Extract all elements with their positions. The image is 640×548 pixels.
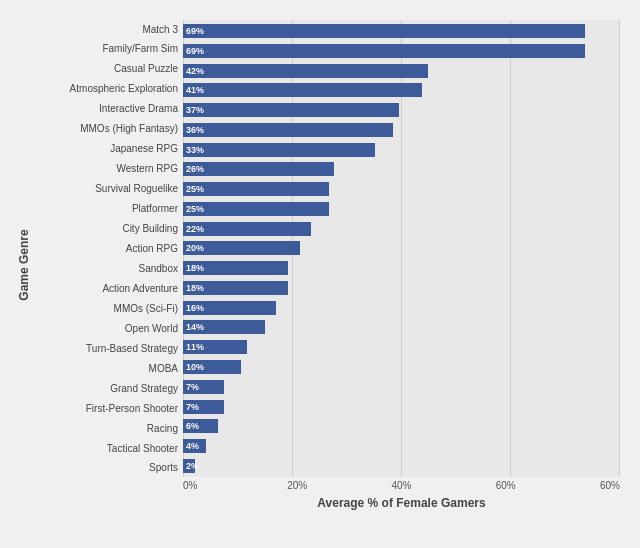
bar-row: 4% [183, 437, 620, 455]
y-label: Platformer [132, 200, 178, 218]
bars-area: 69%69%42%41%37%36%33%26%25%25%22%20%18%1… [183, 20, 620, 477]
bar: 37% [183, 103, 399, 117]
chart-container: Game Genre Match 3Family/Farm SimCasual … [0, 0, 640, 548]
bar: 22% [183, 222, 311, 236]
bar-value-label: 18% [186, 263, 204, 273]
bar: 4% [183, 439, 206, 453]
x-axis-title: Average % of Female Gamers [183, 496, 620, 510]
bar-value-label: 18% [186, 283, 204, 293]
x-axis-labels: 0%20%40%60%60% [183, 480, 620, 491]
y-label: MMOs (High Fantasy) [80, 120, 178, 138]
bar: 25% [183, 182, 329, 196]
bar-row: 11% [183, 338, 620, 356]
bar-value-label: 36% [186, 125, 204, 135]
y-label: MOBA [149, 359, 178, 377]
bar: 33% [183, 143, 375, 157]
bar-value-label: 25% [186, 184, 204, 194]
bar-value-label: 2% [186, 461, 199, 471]
bar: 6% [183, 419, 218, 433]
x-axis-label: 40% [392, 480, 496, 491]
bar-row: 10% [183, 358, 620, 376]
y-label: Grand Strategy [110, 379, 178, 397]
bar-value-label: 10% [186, 362, 204, 372]
bar-value-label: 33% [186, 145, 204, 155]
bar-value-label: 20% [186, 243, 204, 253]
bar-row: 69% [183, 22, 620, 40]
bar-row: 42% [183, 62, 620, 80]
bar-value-label: 26% [186, 164, 204, 174]
bar: 7% [183, 400, 224, 414]
bar-row: 14% [183, 318, 620, 336]
bar: 10% [183, 360, 241, 374]
bar-row: 6% [183, 417, 620, 435]
y-label: Western RPG [117, 160, 179, 178]
bar: 18% [183, 261, 288, 275]
y-axis-title: Game Genre [17, 229, 31, 300]
y-label: Japanese RPG [110, 140, 178, 158]
bar-value-label: 7% [186, 402, 199, 412]
bar: 7% [183, 380, 224, 394]
bar-row: 36% [183, 121, 620, 139]
y-label: Interactive Drama [99, 100, 178, 118]
bar-row: 69% [183, 42, 620, 60]
bar: 69% [183, 44, 585, 58]
bar-row: 16% [183, 299, 620, 317]
bar-row: 18% [183, 259, 620, 277]
bar-value-label: 11% [186, 342, 204, 352]
bar-value-label: 7% [186, 382, 199, 392]
bar: 69% [183, 24, 585, 38]
bar-row: 37% [183, 101, 620, 119]
bar: 26% [183, 162, 334, 176]
y-label: Open World [125, 319, 178, 337]
bar-row: 41% [183, 81, 620, 99]
y-label: Sports [149, 459, 178, 477]
bar: 16% [183, 301, 276, 315]
bar-row: 25% [183, 200, 620, 218]
bar: 18% [183, 281, 288, 295]
bar-row: 33% [183, 141, 620, 159]
bar: 36% [183, 123, 393, 137]
y-label: Family/Farm Sim [102, 40, 178, 58]
bar-row: 25% [183, 180, 620, 198]
bar-value-label: 69% [186, 26, 204, 36]
bar: 42% [183, 64, 428, 78]
y-label: Action Adventure [102, 279, 178, 297]
bar-value-label: 42% [186, 66, 204, 76]
bar-row: 7% [183, 398, 620, 416]
bar-value-label: 37% [186, 105, 204, 115]
bar-value-label: 41% [186, 85, 204, 95]
y-label: Turn-Based Strategy [86, 339, 178, 357]
y-label: Racing [147, 419, 178, 437]
x-axis-label: 0% [183, 480, 287, 491]
x-axis-label-extra: 60% [600, 480, 620, 491]
bar: 2% [183, 459, 195, 473]
bar-value-label: 14% [186, 322, 204, 332]
y-label: Casual Puzzle [114, 60, 178, 78]
bar-row: 7% [183, 378, 620, 396]
y-label: City Building [122, 220, 178, 238]
y-label: Action RPG [126, 239, 178, 257]
y-label: Match 3 [142, 20, 178, 38]
x-axis-label: 20% [287, 480, 391, 491]
bar-value-label: 16% [186, 303, 204, 313]
bar: 41% [183, 83, 422, 97]
bar: 25% [183, 202, 329, 216]
bar-row: 22% [183, 220, 620, 238]
bar-value-label: 22% [186, 224, 204, 234]
bar-value-label: 4% [186, 441, 199, 451]
bar: 20% [183, 241, 300, 255]
y-label: Survival Roguelike [95, 180, 178, 198]
y-label: MMOs (Sci-Fi) [114, 299, 178, 317]
bar-row: 26% [183, 160, 620, 178]
y-label: Sandbox [139, 259, 178, 277]
bar: 11% [183, 340, 247, 354]
bar-row: 18% [183, 279, 620, 297]
bar-value-label: 25% [186, 204, 204, 214]
bar: 14% [183, 320, 265, 334]
bar-row: 2% [183, 457, 620, 475]
y-label: Atmospheric Exploration [70, 80, 178, 98]
bar-row: 20% [183, 239, 620, 257]
bar-value-label: 6% [186, 421, 199, 431]
x-axis-label: 60% [496, 480, 600, 491]
y-labels: Match 3Family/Farm SimCasual PuzzleAtmos… [38, 20, 183, 477]
